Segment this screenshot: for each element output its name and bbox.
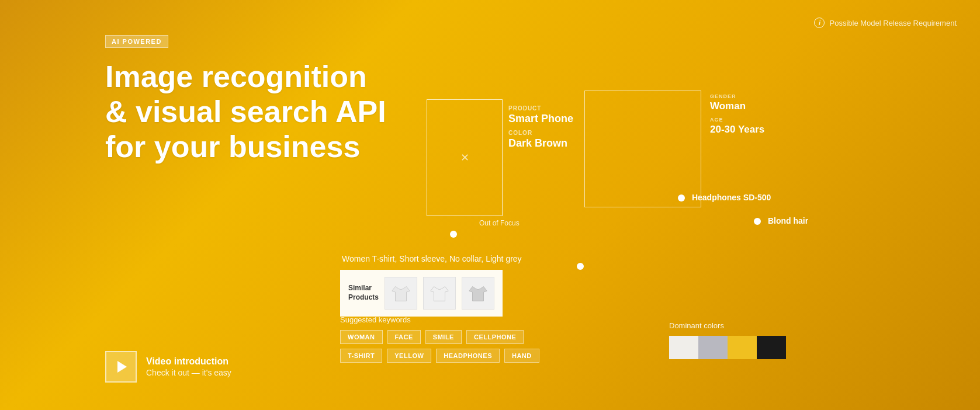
swatch-white xyxy=(669,336,698,359)
swatch-black xyxy=(757,336,786,359)
info-icon: i xyxy=(814,18,825,28)
color-value: Dark Brown xyxy=(508,137,573,150)
hair-label: Blond hair xyxy=(754,216,808,225)
ai-powered-badge: AI POWERED xyxy=(105,35,168,48)
left-content: AI POWERED Image recognition & visual se… xyxy=(105,35,444,383)
video-subtitle: Check it out — it's easy xyxy=(146,368,231,377)
tshirt-connector-dot xyxy=(577,263,584,270)
product-category-label: PRODUCT xyxy=(508,105,573,112)
out-of-focus-label: Out of Focus xyxy=(479,219,520,227)
dominant-colors-panel: Dominant colors xyxy=(669,321,786,359)
age-category: AGE xyxy=(710,117,764,123)
close-icon: ✕ xyxy=(460,151,469,164)
model-release-notice: i Possible Model Release Requirement xyxy=(814,18,957,28)
phone-detection-label: PRODUCT Smart Phone COLOR Dark Brown xyxy=(508,105,573,150)
color-swatches xyxy=(669,336,786,359)
product-thumb-3[interactable] xyxy=(462,277,494,310)
play-button[interactable] xyxy=(105,351,137,383)
swatch-yellow xyxy=(728,336,757,359)
age-value: 20-30 Years xyxy=(710,124,764,135)
phone-connector-dot xyxy=(450,231,457,238)
dominant-colors-title: Dominant colors xyxy=(669,321,786,330)
gender-value: Woman xyxy=(710,100,764,112)
video-text: Video introduction Check it out — it's e… xyxy=(146,356,231,377)
hero-title: Image recognition & visual search API fo… xyxy=(105,60,444,164)
keyword-cellphone[interactable]: CELLPHONE xyxy=(466,330,524,344)
gender-category: GENDER xyxy=(710,93,764,99)
gender-age-label: GENDER Woman AGE 20-30 Years xyxy=(710,93,764,135)
swatch-gray xyxy=(698,336,728,359)
keyword-hand[interactable]: HAND xyxy=(504,349,539,363)
video-intro: Video introduction Check it out — it's e… xyxy=(105,351,444,383)
headphones-dot xyxy=(678,194,685,201)
color-category-label: COLOR xyxy=(508,130,573,136)
headphones-label: Headphones SD-500 xyxy=(678,193,771,202)
play-icon xyxy=(117,361,127,373)
tshirt-icon-3 xyxy=(467,282,489,304)
keyword-headphones[interactable]: HEADPHONES xyxy=(436,349,500,363)
hair-dot xyxy=(754,218,761,225)
video-title: Video introduction xyxy=(146,356,231,367)
model-release-text: Possible Model Release Requirement xyxy=(829,19,957,27)
person-detection-box xyxy=(584,91,701,207)
product-value: Smart Phone xyxy=(508,113,573,125)
